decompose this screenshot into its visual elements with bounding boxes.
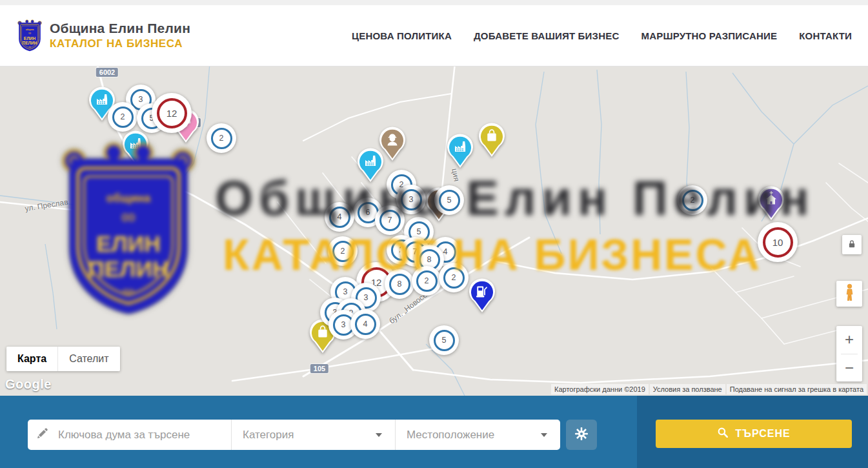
chevron-down-icon	[541, 433, 547, 437]
cluster-count: 3	[401, 189, 422, 210]
site-header: община ∞ ЕЛИН ПЕЛИН ∞ Община Елин Пелин …	[0, 5, 868, 66]
cluster-marker[interactable]: 4	[350, 309, 380, 339]
map-attribution: Картографски данни ©2019 Условия за полз…	[551, 384, 867, 394]
nav-item-schedule[interactable]: МАРШРУТНО РАЗПИСАНИЕ	[641, 30, 777, 41]
cluster-count: 2	[332, 241, 354, 262]
cluster-marker[interactable]: 7	[375, 205, 405, 235]
cluster-marker[interactable]: 12	[152, 93, 192, 133]
keyword-search-input[interactable]	[58, 429, 231, 442]
cluster-count: 5	[439, 190, 460, 211]
svg-text:ПЕЛИН: ПЕЛИН	[22, 40, 37, 45]
site-subtitle: КАТАЛОГ НА БИЗНЕСА	[50, 37, 190, 50]
category-dropdown[interactable]: Категория	[231, 420, 395, 450]
zoom-in-button[interactable]: +	[836, 326, 862, 354]
cluster-count: 12	[157, 98, 187, 128]
cluster-count: 7	[379, 210, 401, 231]
map-data-copyright: Картографски данни ©2019	[551, 384, 649, 394]
zoom-control: + −	[836, 326, 862, 382]
cluster-marker[interactable]: 2	[678, 185, 707, 215]
location-dropdown-label: Местоположение	[407, 429, 494, 442]
cluster-count: 4	[355, 314, 376, 335]
site-logo-link[interactable]: община ∞ ЕЛИН ПЕЛИН ∞ Община Елин Пелин …	[16, 19, 190, 53]
shopping-pin[interactable]	[478, 122, 506, 158]
factory-pin[interactable]	[121, 130, 150, 166]
nav-item-pricing[interactable]: ЦЕНОВА ПОЛИТИКА	[352, 30, 452, 41]
cluster-marker[interactable]: 2	[412, 266, 441, 296]
chevron-down-icon	[376, 433, 382, 437]
search-icon	[717, 427, 729, 441]
report-map-error-link[interactable]: Подаване на сигнал за грешка в картата	[727, 384, 867, 394]
lock-button[interactable]	[842, 235, 862, 254]
cluster-count: 5	[434, 330, 455, 351]
cluster-marker[interactable]: 5	[434, 185, 464, 215]
pencil-icon	[35, 427, 49, 443]
cluster-marker[interactable]: 5	[429, 325, 459, 355]
nav-item-add-business[interactable]: ДОБАВЕТЕ ВАШИЯТ БИЗНЕС	[474, 30, 619, 41]
cluster-count: 2	[211, 128, 232, 149]
satellite-view-button[interactable]: Сателит	[58, 347, 119, 371]
map-canvas[interactable]: ул. Преславбул. „Новоселция 60023105	[0, 66, 868, 396]
search-button-label: ТЪРСЕНЕ	[735, 428, 790, 440]
cluster-marker[interactable]: 2	[439, 263, 469, 292]
map-type-control: Карта Сателит	[6, 347, 120, 371]
factory-pin[interactable]	[446, 133, 474, 169]
road-shield: 6002	[96, 68, 118, 77]
cluster-count: 2	[682, 190, 703, 211]
map-view-button[interactable]: Карта	[6, 347, 58, 371]
cluster-count: 2	[416, 270, 438, 292]
nav-item-contacts[interactable]: КОНТАКТИ	[799, 30, 852, 41]
main-nav: ЦЕНОВА ПОЛИТИКА ДОБАВЕТЕ ВАШИЯТ БИЗНЕС М…	[352, 30, 852, 41]
gear-icon	[574, 426, 589, 443]
cluster-count: 4	[329, 207, 350, 228]
cluster-marker[interactable]: 8	[385, 269, 414, 299]
page: община ∞ ЕЛИН ПЕЛИН ∞ Община Елин Пелин …	[0, 0, 868, 468]
category-dropdown-label: Категория	[243, 429, 294, 442]
svg-text:община: община	[26, 28, 34, 31]
church-pin[interactable]	[757, 185, 785, 221]
cluster-marker[interactable]: 10	[758, 222, 798, 262]
services-pin[interactable]	[378, 126, 407, 162]
google-logo: Google	[5, 377, 52, 392]
cluster-marker[interactable]: 2	[207, 123, 236, 153]
cluster-marker[interactable]: 2	[328, 236, 358, 266]
search-fieldbar: Категория Местоположение	[28, 420, 560, 450]
cluster-count: 8	[389, 274, 410, 295]
cluster-count: 10	[763, 227, 793, 258]
cluster-count: 2	[443, 267, 465, 289]
svg-text:ЕЛИН: ЕЛИН	[24, 36, 36, 40]
keyword-field-wrap	[28, 420, 231, 450]
cluster-marker[interactable]: 2	[108, 102, 137, 132]
street-view-pegman-button[interactable]	[836, 281, 862, 307]
road-shield: 105	[310, 364, 328, 373]
cluster-count: 2	[112, 107, 134, 128]
zoom-out-button[interactable]: −	[836, 354, 862, 382]
cluster-marker[interactable]: 4	[325, 202, 354, 232]
search-button[interactable]: ТЪРСЕНЕ	[656, 420, 852, 448]
fuel-pin[interactable]	[468, 278, 496, 314]
municipality-crest-logo: община ∞ ЕЛИН ПЕЛИН ∞	[16, 19, 43, 53]
site-title: Община Елин Пелин	[50, 21, 190, 36]
lock-icon	[846, 238, 858, 252]
location-dropdown[interactable]: Местоположение	[395, 420, 560, 450]
pegman-icon	[842, 283, 857, 304]
svg-text:∞: ∞	[28, 31, 31, 35]
terms-of-use-link[interactable]: Условия за ползване	[650, 384, 725, 394]
search-panel: Категория Местоположение	[0, 396, 868, 468]
top-strip	[0, 0, 868, 5]
advanced-search-button[interactable]	[566, 420, 597, 450]
